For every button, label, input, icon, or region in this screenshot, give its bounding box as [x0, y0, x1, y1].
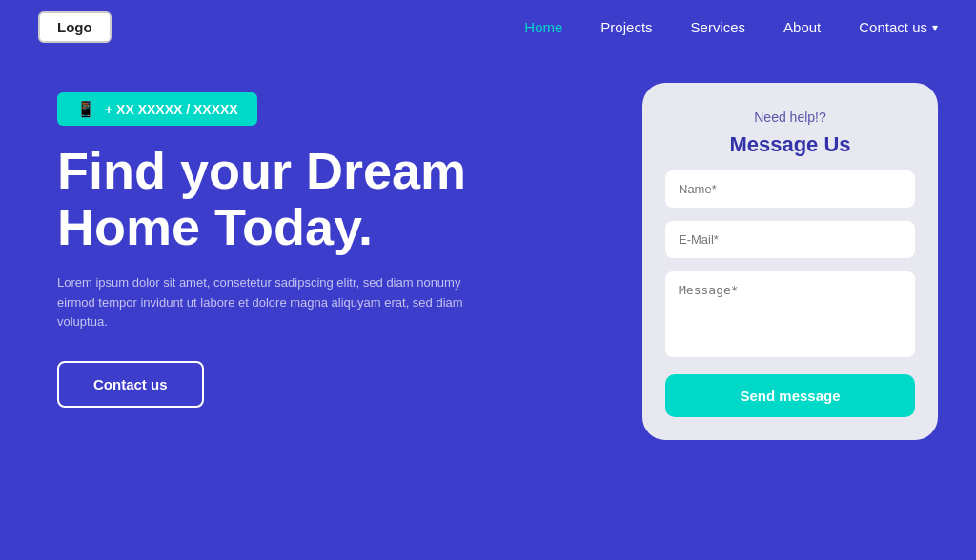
logo-button[interactable]: Logo — [38, 11, 112, 43]
hero-description: Lorem ipsum dolor sit amet, consetetur s… — [57, 273, 477, 332]
send-message-button[interactable]: Send message — [665, 374, 915, 417]
nav-item-contact-dropdown[interactable]: Contact us ▾ — [859, 19, 938, 35]
hero-title: Find your Dream Home Today. — [57, 143, 585, 256]
navbar: Logo Home Projects Services About Contac… — [0, 0, 976, 54]
card-subtitle: Need help!? — [754, 110, 826, 125]
nav-link-projects[interactable]: Projects — [600, 19, 652, 35]
main-content: 📱 + XX XXXXX / XXXXX Find your Dream Hom… — [0, 54, 976, 459]
name-input[interactable] — [665, 170, 915, 208]
phone-number: + XX XXXXX / XXXXX — [105, 102, 238, 117]
nav-item-services[interactable]: Services — [691, 19, 746, 36]
hero-title-line1: Find your Dream — [57, 142, 466, 199]
hero-title-line2: Home Today. — [57, 198, 373, 255]
nav-links: Home Projects Services About Contact us … — [524, 19, 938, 36]
phone-icon: 📱 — [76, 100, 95, 118]
contact-us-button[interactable]: Contact us — [57, 361, 204, 408]
nav-link-about[interactable]: About — [783, 19, 821, 35]
hero-section: 📱 + XX XXXXX / XXXXX Find your Dream Hom… — [57, 83, 585, 408]
nav-contact-label: Contact us — [859, 19, 927, 35]
email-input[interactable] — [665, 221, 915, 258]
nav-item-about[interactable]: About — [783, 19, 821, 36]
phone-badge: 📱 + XX XXXXX / XXXXX — [57, 92, 257, 126]
message-card: Need help!? Message Us Send message — [642, 83, 938, 440]
card-title: Message Us — [729, 132, 850, 157]
nav-item-projects[interactable]: Projects — [600, 19, 652, 36]
nav-link-services[interactable]: Services — [691, 19, 746, 35]
nav-contact-dropdown[interactable]: Contact us ▾ — [859, 19, 938, 35]
nav-item-home[interactable]: Home — [524, 19, 562, 36]
nav-link-home[interactable]: Home — [524, 19, 562, 35]
message-input[interactable] — [665, 271, 915, 357]
chevron-down-icon: ▾ — [932, 21, 938, 34]
